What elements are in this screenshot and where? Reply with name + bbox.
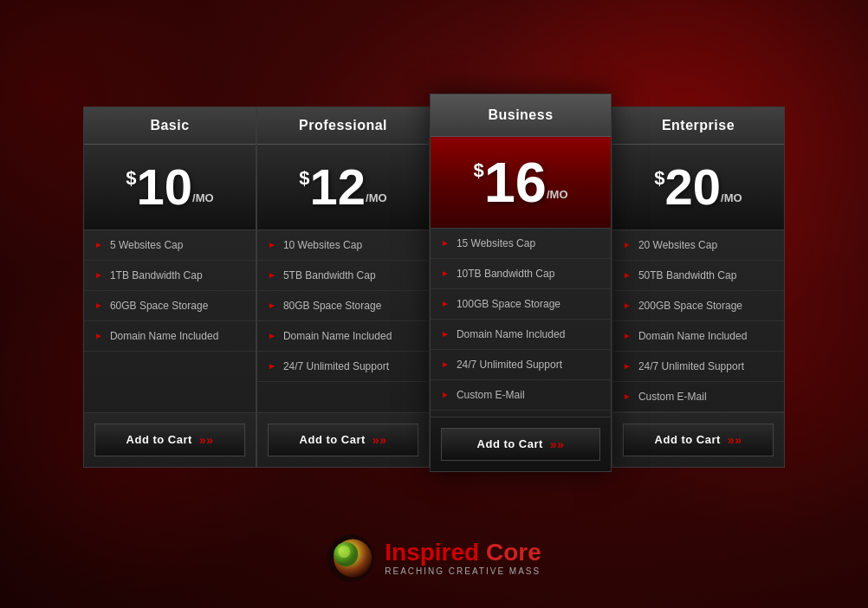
chevron-right-icon: ►: [623, 270, 632, 280]
chevron-right-icon: ►: [441, 390, 450, 399]
chevron-right-icon: ►: [623, 391, 632, 401]
feature-label: 50TB Bandwidth Cap: [638, 269, 736, 281]
add-to-cart-label: Add to Cart: [126, 433, 192, 446]
feature-label: 5 Websites Cap: [110, 239, 184, 251]
chevron-right-icon: ►: [94, 331, 103, 340]
chevron-right-icon: ►: [441, 329, 450, 339]
double-arrow-right-icon: »»: [550, 437, 565, 451]
brand-section: Inspired Core REACHING CREATIVE MASS: [327, 534, 541, 582]
chevron-right-icon: ►: [441, 299, 450, 308]
list-item: ►Domain Name Included: [84, 321, 256, 352]
feature-label: 24/7 Unlimited Support: [283, 360, 389, 372]
feature-label: Domain Name Included: [110, 330, 218, 342]
plan-business: Business$16/MO►15 Websites Cap►10TB Band…: [430, 94, 612, 472]
plan-enterprise-features: ►20 Websites Cap►50TB Bandwidth Cap►200G…: [612, 230, 784, 412]
add-to-cart-label: Add to Cart: [300, 433, 366, 446]
plan-business-price-section: $16/MO: [431, 137, 611, 229]
brand-name: Inspired Core: [385, 540, 541, 565]
list-item: ►200GB Space Storage: [612, 291, 784, 321]
plan-professional-add-to-cart-button[interactable]: Add to Cart»»: [268, 424, 418, 456]
chevron-right-icon: ►: [623, 301, 632, 310]
plan-basic-price-period: /MO: [192, 192, 214, 204]
feature-label: Custom E-Mail: [638, 391, 707, 403]
list-item: ►24/7 Unlimited Support: [257, 352, 429, 382]
list-item: ►60GB Space Storage: [84, 291, 256, 321]
plan-professional-features: ►10 Websites Cap►5TB Bandwidth Cap►80GB …: [257, 230, 429, 412]
plan-enterprise-price-period: /MO: [721, 192, 742, 204]
plan-enterprise-footer: Add to Cart»»: [612, 412, 784, 467]
list-item: ►15 Websites Cap: [431, 229, 611, 259]
feature-label: 60GB Space Storage: [110, 300, 208, 312]
plan-professional-price-display: $12/MO: [257, 162, 429, 212]
chevron-right-icon: ►: [623, 240, 632, 249]
plan-enterprise-price-display: $20/MO: [612, 162, 784, 212]
plan-professional-header: Professional: [257, 107, 429, 145]
plan-professional-price-section: $12/MO: [257, 145, 429, 230]
feature-label: 15 Websites Cap: [457, 237, 535, 249]
double-arrow-right-icon: »»: [372, 433, 387, 447]
feature-label: 24/7 Unlimited Support: [638, 360, 744, 372]
brand-tagline: REACHING CREATIVE MASS: [385, 566, 541, 576]
plan-professional-footer: Add to Cart»»: [257, 412, 429, 467]
add-to-cart-label: Add to Cart: [655, 433, 721, 446]
chevron-right-icon: ►: [441, 238, 450, 248]
feature-label: 80GB Space Storage: [283, 300, 381, 312]
list-item: ►Domain Name Included: [257, 321, 429, 352]
plan-enterprise-add-to-cart-button[interactable]: Add to Cart»»: [623, 424, 774, 456]
list-item: ►100GB Space Storage: [431, 289, 611, 320]
chevron-right-icon: ►: [441, 268, 450, 278]
plan-business-footer: Add to Cart»»: [431, 417, 611, 471]
plan-basic-price-amount: 10: [137, 162, 193, 212]
plan-professional: Professional$12/MO►10 Websites Cap►5TB B…: [256, 107, 430, 468]
chevron-right-icon: ►: [441, 359, 450, 369]
plan-business-price-display: $16/MO: [431, 154, 611, 210]
plan-enterprise-price-amount: 20: [665, 162, 722, 212]
plan-enterprise: Enterprise$20/MO►20 Websites Cap►50TB Ba…: [612, 107, 785, 468]
plan-basic-features: ►5 Websites Cap►1TB Bandwidth Cap►60GB S…: [84, 230, 256, 412]
plan-business-price-amount: 16: [484, 154, 547, 210]
feature-label: 24/7 Unlimited Support: [457, 359, 562, 371]
list-item: ►10 Websites Cap: [257, 230, 429, 261]
plan-basic-price-display: $10/MO: [84, 162, 256, 212]
brand-logo: [327, 534, 374, 582]
plan-enterprise-header: Enterprise: [612, 107, 784, 145]
chevron-right-icon: ►: [268, 270, 276, 280]
plan-professional-price-amount: 12: [310, 162, 366, 212]
plan-business-price-period: /MO: [547, 189, 568, 200]
plan-business-header: Business: [431, 94, 611, 137]
chevron-right-icon: ►: [268, 361, 276, 371]
list-item: ►80GB Space Storage: [257, 291, 429, 321]
svg-point-3: [338, 546, 350, 558]
chevron-right-icon: ►: [94, 240, 103, 249]
list-item: ►Domain Name Included: [612, 321, 784, 352]
plan-basic-add-to-cart-button[interactable]: Add to Cart»»: [94, 424, 245, 456]
plan-basic-header: Basic: [84, 107, 256, 145]
chevron-right-icon: ►: [94, 301, 103, 310]
plan-basic-footer: Add to Cart»»: [84, 412, 256, 467]
list-item: ►Domain Name Included: [431, 320, 611, 350]
feature-label: 10 Websites Cap: [283, 239, 362, 251]
plan-basic-dollar-sign: $: [126, 169, 136, 188]
feature-label: Domain Name Included: [457, 328, 565, 340]
list-item: ►Custom E-Mail: [612, 382, 784, 412]
plan-professional-dollar-sign: $: [299, 169, 309, 188]
feature-label: Domain Name Included: [283, 330, 392, 342]
double-arrow-right-icon: »»: [728, 433, 742, 447]
plan-enterprise-price-section: $20/MO: [612, 145, 784, 230]
plan-basic-price-section: $10/MO: [84, 145, 256, 230]
feature-label: 10TB Bandwidth Cap: [457, 268, 554, 280]
add-to-cart-label: Add to Cart: [477, 437, 543, 450]
plan-business-dollar-sign: $: [473, 161, 483, 180]
list-item: ►1TB Bandwidth Cap: [84, 261, 256, 291]
double-arrow-right-icon: »»: [199, 433, 214, 447]
chevron-right-icon: ►: [623, 331, 632, 340]
chevron-right-icon: ►: [623, 361, 632, 371]
chevron-right-icon: ►: [268, 301, 276, 310]
feature-label: 200GB Space Storage: [638, 300, 742, 312]
list-item: ►50TB Bandwidth Cap: [612, 261, 784, 291]
feature-label: 20 Websites Cap: [638, 239, 717, 251]
list-item: ►24/7 Unlimited Support: [431, 350, 611, 380]
plan-business-add-to-cart-button[interactable]: Add to Cart»»: [441, 428, 600, 461]
feature-label: 1TB Bandwidth Cap: [110, 269, 203, 281]
brand-text: Inspired Core REACHING CREATIVE MASS: [385, 540, 541, 576]
